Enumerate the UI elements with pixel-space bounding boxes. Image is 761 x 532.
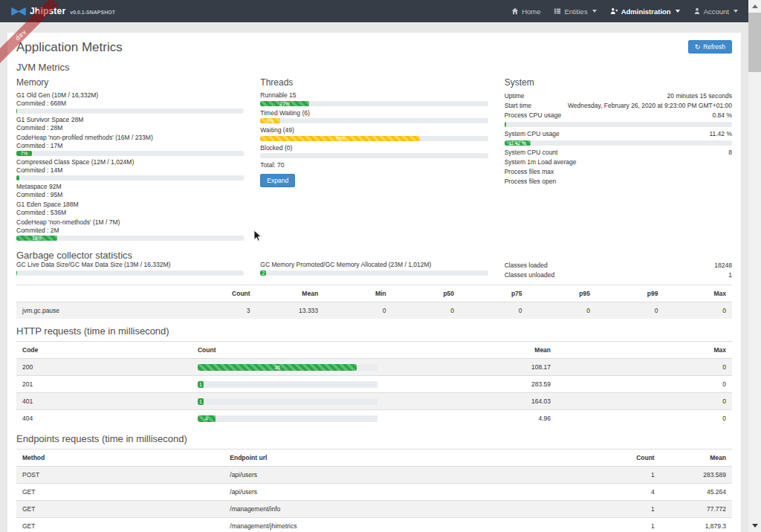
gc-metric-value: 3 — [188, 302, 256, 319]
gc-table-header: Max — [664, 285, 733, 302]
administration-icon — [610, 7, 618, 15]
nav-item-administration[interactable]: Administration — [610, 7, 680, 16]
memory-metric-committed: Commited : 2M — [16, 227, 244, 235]
http-table-row: 4011164.030 — [16, 393, 732, 410]
progress-bar: 70% — [260, 136, 488, 141]
system-row-label: Start time — [505, 101, 531, 111]
endpoint-method: GET — [16, 484, 224, 501]
gc-table-header: p50 — [392, 285, 460, 302]
endpoint-count: 1 — [589, 518, 660, 532]
gc-table-header: Mean — [256, 285, 324, 302]
thread-metric-label: Runnable 15 — [260, 91, 488, 100]
gc-metric-name: jvm.gc.pause — [16, 302, 188, 319]
progress-bar: 21% — [260, 101, 488, 106]
scrollbar[interactable] — [748, 0, 761, 532]
memory-metric: CodeHeap 'non-profiled nmethods' (16M / … — [16, 134, 244, 156]
endpoints-requests-table: MethodEndpoint urlCountMeanPOST/api/user… — [16, 449, 732, 532]
system-row: Process files max — [505, 167, 732, 177]
refresh-button[interactable]: ↻ Refresh — [688, 40, 732, 53]
gc-table: CountMeanMinp50p75p95p99Maxjvm.gc.pause3… — [16, 285, 732, 319]
gc-metric-value: 0 — [664, 302, 733, 319]
arrow-down-icon — [752, 524, 758, 528]
nav-item-home[interactable]: Home — [511, 7, 540, 16]
gc-metric-value: 0 — [392, 302, 460, 319]
nav-item-label: Entities — [564, 7, 587, 16]
arrow-up-icon — [752, 4, 758, 8]
system-row: System 1m Load average — [505, 158, 732, 167]
scroll-up-button[interactable] — [748, 0, 761, 13]
thread-metric-label: Timed Waiting (6) — [260, 109, 488, 117]
progress-bar: 1 — [198, 381, 378, 388]
endpoints-table-row: POST/api/users1283.589 — [16, 467, 732, 484]
memory-metric-label: CodeHeap 'non-profiled nmethods' (16M / … — [16, 134, 244, 142]
system-section: System Uptime20 minutes 15 secondsStart … — [505, 73, 732, 243]
endpoint-method: GET — [16, 501, 224, 518]
memory-section: Memory G1 Old Gen (10M / 16,332M)Commite… — [16, 73, 244, 243]
memory-metric-committed: Commited : 536M — [16, 209, 244, 217]
system-row-label: Process files max — [505, 167, 554, 177]
nav-item-entities[interactable]: Entities — [554, 7, 596, 16]
home-icon — [511, 7, 519, 15]
nav-item-label: Home — [522, 7, 540, 16]
system-row: System CPU count8 — [505, 148, 732, 158]
jhipster-logo-icon — [10, 7, 27, 16]
progress-bar: 18% — [16, 236, 244, 241]
system-row-label: Uptime — [505, 91, 525, 101]
gc-classes-value: 1 — [728, 270, 732, 280]
gc-live-data-label: GC Live Data Size/GC Max Data Size (13M … — [16, 261, 244, 269]
http-mean: 108.17 — [378, 359, 557, 376]
endpoints-table-header: Endpoint url — [224, 450, 589, 467]
gc-table-header: Min — [324, 285, 392, 302]
http-table-header: Code — [16, 342, 192, 359]
endpoint-url: /api/users — [224, 484, 589, 501]
gc-metric-value: 13.333 — [256, 302, 324, 319]
memory-metric-label: CodeHeap 'non-nmethods' (1M / 7M) — [16, 218, 244, 227]
http-mean: 164.03 — [378, 393, 557, 410]
progress-fill — [16, 175, 19, 181]
system-row-label: System CPU usage — [505, 129, 560, 139]
gc-heading: Garbage collector statistics — [16, 250, 732, 261]
progress-fill: 2 — [260, 270, 266, 276]
threads-total: Total: 70 — [260, 161, 488, 169]
memory-metric-label: G1 Eden Space 188M — [16, 201, 244, 209]
memory-metric-committed: Commited : 95M — [16, 191, 244, 199]
http-table-row: 2011283.590 — [16, 376, 732, 393]
memory-metric-label: G1 Survivor Space 28M — [16, 116, 244, 124]
endpoint-mean: 45.264 — [661, 484, 732, 501]
system-row: Uptime20 minutes 15 seconds — [505, 91, 732, 101]
progress-bar: 11.42 % — [505, 140, 732, 146]
endpoint-mean: 283.589 — [661, 467, 732, 484]
system-row-value: 20 minutes 15 seconds — [667, 91, 732, 101]
endpoints-table-header: Mean — [661, 450, 732, 467]
chevron-down-icon — [734, 10, 738, 13]
expand-button[interactable]: Expand — [260, 174, 295, 187]
memory-list: G1 Old Gen (10M / 16,332M)Commited : 668… — [16, 91, 244, 241]
gc-metric-value: 0 — [528, 302, 596, 319]
gc-classes-label: Classes unloaded — [505, 270, 555, 280]
system-row-value: 8 — [728, 148, 732, 158]
http-mean: 283.59 — [378, 376, 557, 393]
scroll-down-button[interactable] — [748, 519, 761, 532]
scrollbar-thumb[interactable] — [748, 13, 761, 72]
nav-item-label: Account — [704, 7, 729, 16]
endpoint-url: /api/users — [224, 467, 589, 484]
system-row-label: Process CPU usage — [505, 111, 562, 120]
http-max: 0 — [557, 359, 732, 376]
nav-item-label: Administration — [621, 7, 671, 16]
nav-item-account[interactable]: Account — [693, 7, 738, 16]
http-max: 0 — [557, 376, 732, 393]
memory-metric-committed: Commited : 17M — [16, 142, 244, 150]
gc-classes-row: Classes loaded18248 — [505, 261, 732, 270]
gc-metric-value: 0 — [460, 302, 528, 319]
gc-table-header-row: CountMeanMinp50p75p95p99Max — [16, 285, 732, 302]
brand[interactable]: Jhipster v0.0.1-SNAPSHOT — [10, 6, 115, 16]
progress-fill: 70% — [260, 136, 419, 141]
memory-metric: G1 Eden Space 188MCommited : 536M — [16, 201, 244, 216]
jvm-metrics-grid: Memory G1 Old Gen (10M / 16,332M)Commite… — [16, 73, 732, 243]
http-code: 404 — [16, 410, 192, 427]
system-row-value: Wednesday, February 26, 2020 at 9:23:00 … — [568, 101, 732, 111]
progress-bar: 1 — [198, 398, 378, 405]
http-count-cell: 1 — [192, 393, 378, 410]
gc-classes-value: 18248 — [714, 261, 732, 270]
endpoint-count: 1 — [589, 501, 660, 518]
